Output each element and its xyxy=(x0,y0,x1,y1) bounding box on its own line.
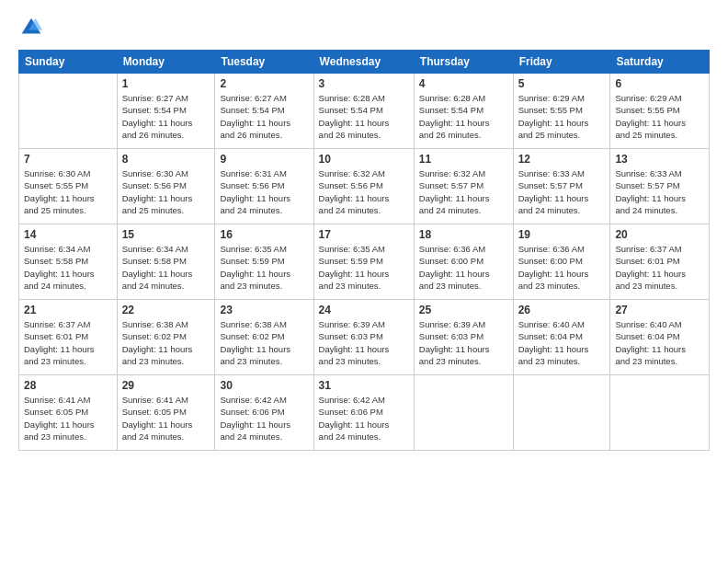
day-number: 13 xyxy=(615,153,704,166)
day-info: Sunrise: 6:33 AM Sunset: 5:57 PM Dayligh… xyxy=(518,167,606,216)
day-number: 18 xyxy=(419,228,508,241)
day-info: Sunrise: 6:42 AM Sunset: 6:06 PM Dayligh… xyxy=(319,394,409,442)
calendar-cell: 20Sunrise: 6:37 AM Sunset: 6:01 PM Dayli… xyxy=(610,224,710,300)
logo-icon xyxy=(18,15,44,40)
day-number: 3 xyxy=(319,77,409,90)
calendar-cell: 15Sunrise: 6:34 AM Sunset: 5:58 PM Dayli… xyxy=(117,224,215,300)
day-number: 12 xyxy=(518,153,606,166)
weekday-thursday: Thursday xyxy=(414,51,513,74)
day-number: 25 xyxy=(419,304,508,316)
day-info: Sunrise: 6:39 AM Sunset: 6:03 PM Dayligh… xyxy=(419,318,508,367)
calendar-cell: 24Sunrise: 6:39 AM Sunset: 6:03 PM Dayli… xyxy=(313,300,414,375)
calendar-cell: 2Sunrise: 6:27 AM Sunset: 5:54 PM Daylig… xyxy=(215,74,313,149)
day-number: 28 xyxy=(24,379,112,392)
calendar-cell: 22Sunrise: 6:38 AM Sunset: 6:02 PM Dayli… xyxy=(117,300,215,375)
day-info: Sunrise: 6:32 AM Sunset: 5:56 PM Dayligh… xyxy=(319,167,409,216)
day-info: Sunrise: 6:41 AM Sunset: 6:05 PM Dayligh… xyxy=(24,394,112,442)
header xyxy=(18,15,710,40)
day-info: Sunrise: 6:29 AM Sunset: 5:55 PM Dayligh… xyxy=(615,92,704,141)
calendar: SundayMondayTuesdayWednesdayThursdayFrid… xyxy=(18,50,710,451)
calendar-cell: 27Sunrise: 6:40 AM Sunset: 6:04 PM Dayli… xyxy=(610,300,710,375)
day-info: Sunrise: 6:29 AM Sunset: 5:55 PM Dayligh… xyxy=(518,92,606,141)
weekday-monday: Monday xyxy=(117,51,215,74)
calendar-cell xyxy=(19,74,118,149)
calendar-cell: 10Sunrise: 6:32 AM Sunset: 5:56 PM Dayli… xyxy=(313,149,414,224)
day-info: Sunrise: 6:28 AM Sunset: 5:54 PM Dayligh… xyxy=(419,92,508,141)
day-info: Sunrise: 6:42 AM Sunset: 6:06 PM Dayligh… xyxy=(220,394,308,442)
calendar-cell: 8Sunrise: 6:30 AM Sunset: 5:56 PM Daylig… xyxy=(117,149,215,224)
calendar-cell: 31Sunrise: 6:42 AM Sunset: 6:06 PM Dayli… xyxy=(313,375,414,451)
calendar-cell: 28Sunrise: 6:41 AM Sunset: 6:05 PM Dayli… xyxy=(19,375,118,451)
weekday-header-row: SundayMondayTuesdayWednesdayThursdayFrid… xyxy=(19,51,710,74)
calendar-cell: 21Sunrise: 6:37 AM Sunset: 6:01 PM Dayli… xyxy=(19,300,118,375)
weekday-tuesday: Tuesday xyxy=(215,51,313,74)
day-number: 9 xyxy=(220,153,308,166)
calendar-cell: 29Sunrise: 6:41 AM Sunset: 6:05 PM Dayli… xyxy=(117,375,215,451)
calendar-week-3: 14Sunrise: 6:34 AM Sunset: 5:58 PM Dayli… xyxy=(19,224,710,300)
calendar-cell xyxy=(414,375,513,451)
calendar-cell: 3Sunrise: 6:28 AM Sunset: 5:54 PM Daylig… xyxy=(313,74,414,149)
logo xyxy=(18,15,48,40)
calendar-body: 1Sunrise: 6:27 AM Sunset: 5:54 PM Daylig… xyxy=(19,74,710,451)
day-number: 6 xyxy=(615,77,704,90)
day-number: 24 xyxy=(319,304,409,316)
day-info: Sunrise: 6:38 AM Sunset: 6:02 PM Dayligh… xyxy=(122,318,210,367)
calendar-week-2: 7Sunrise: 6:30 AM Sunset: 5:55 PM Daylig… xyxy=(19,149,710,224)
weekday-sunday: Sunday xyxy=(19,51,118,74)
day-info: Sunrise: 6:37 AM Sunset: 6:01 PM Dayligh… xyxy=(615,243,704,292)
day-info: Sunrise: 6:39 AM Sunset: 6:03 PM Dayligh… xyxy=(319,318,409,367)
day-number: 31 xyxy=(319,379,409,392)
day-number: 22 xyxy=(122,304,210,316)
day-number: 2 xyxy=(220,77,308,90)
calendar-cell: 13Sunrise: 6:33 AM Sunset: 5:57 PM Dayli… xyxy=(610,149,710,224)
day-number: 11 xyxy=(419,153,508,166)
day-info: Sunrise: 6:38 AM Sunset: 6:02 PM Dayligh… xyxy=(220,318,308,367)
calendar-cell: 25Sunrise: 6:39 AM Sunset: 6:03 PM Dayli… xyxy=(414,300,513,375)
day-number: 26 xyxy=(518,304,606,316)
day-info: Sunrise: 6:35 AM Sunset: 5:59 PM Dayligh… xyxy=(319,243,409,292)
day-info: Sunrise: 6:33 AM Sunset: 5:57 PM Dayligh… xyxy=(615,167,704,216)
calendar-cell: 14Sunrise: 6:34 AM Sunset: 5:58 PM Dayli… xyxy=(19,224,118,300)
day-info: Sunrise: 6:37 AM Sunset: 6:01 PM Dayligh… xyxy=(24,318,112,367)
weekday-wednesday: Wednesday xyxy=(313,51,414,74)
day-info: Sunrise: 6:32 AM Sunset: 5:57 PM Dayligh… xyxy=(419,167,508,216)
calendar-cell xyxy=(610,375,710,451)
calendar-cell: 7Sunrise: 6:30 AM Sunset: 5:55 PM Daylig… xyxy=(19,149,118,224)
day-number: 20 xyxy=(615,228,704,241)
day-info: Sunrise: 6:40 AM Sunset: 6:04 PM Dayligh… xyxy=(518,318,606,367)
calendar-cell: 11Sunrise: 6:32 AM Sunset: 5:57 PM Dayli… xyxy=(414,149,513,224)
calendar-cell: 6Sunrise: 6:29 AM Sunset: 5:55 PM Daylig… xyxy=(610,74,710,149)
page: SundayMondayTuesdayWednesdayThursdayFrid… xyxy=(0,0,728,563)
day-number: 17 xyxy=(319,228,409,241)
day-info: Sunrise: 6:31 AM Sunset: 5:56 PM Dayligh… xyxy=(220,167,308,216)
calendar-cell: 12Sunrise: 6:33 AM Sunset: 5:57 PM Dayli… xyxy=(513,149,610,224)
calendar-cell: 26Sunrise: 6:40 AM Sunset: 6:04 PM Dayli… xyxy=(513,300,610,375)
calendar-cell: 5Sunrise: 6:29 AM Sunset: 5:55 PM Daylig… xyxy=(513,74,610,149)
calendar-cell: 23Sunrise: 6:38 AM Sunset: 6:02 PM Dayli… xyxy=(215,300,313,375)
calendar-cell: 18Sunrise: 6:36 AM Sunset: 6:00 PM Dayli… xyxy=(414,224,513,300)
day-number: 15 xyxy=(122,228,210,241)
weekday-saturday: Saturday xyxy=(610,51,710,74)
day-info: Sunrise: 6:34 AM Sunset: 5:58 PM Dayligh… xyxy=(24,243,112,292)
day-info: Sunrise: 6:27 AM Sunset: 5:54 PM Dayligh… xyxy=(220,92,308,141)
day-number: 14 xyxy=(24,228,112,241)
calendar-cell: 17Sunrise: 6:35 AM Sunset: 5:59 PM Dayli… xyxy=(313,224,414,300)
day-number: 16 xyxy=(220,228,308,241)
weekday-friday: Friday xyxy=(513,51,610,74)
day-number: 10 xyxy=(319,153,409,166)
calendar-cell: 19Sunrise: 6:36 AM Sunset: 6:00 PM Dayli… xyxy=(513,224,610,300)
day-info: Sunrise: 6:27 AM Sunset: 5:54 PM Dayligh… xyxy=(122,92,210,141)
calendar-cell: 30Sunrise: 6:42 AM Sunset: 6:06 PM Dayli… xyxy=(215,375,313,451)
day-info: Sunrise: 6:30 AM Sunset: 5:55 PM Dayligh… xyxy=(24,167,112,216)
day-number: 4 xyxy=(419,77,508,90)
calendar-week-1: 1Sunrise: 6:27 AM Sunset: 5:54 PM Daylig… xyxy=(19,74,710,149)
day-info: Sunrise: 6:28 AM Sunset: 5:54 PM Dayligh… xyxy=(319,92,409,141)
calendar-cell: 16Sunrise: 6:35 AM Sunset: 5:59 PM Dayli… xyxy=(215,224,313,300)
day-info: Sunrise: 6:41 AM Sunset: 6:05 PM Dayligh… xyxy=(122,394,210,442)
day-number: 30 xyxy=(220,379,308,392)
day-number: 19 xyxy=(518,228,606,241)
day-number: 29 xyxy=(122,379,210,392)
day-number: 23 xyxy=(220,304,308,316)
day-number: 27 xyxy=(615,304,704,316)
day-info: Sunrise: 6:35 AM Sunset: 5:59 PM Dayligh… xyxy=(220,243,308,292)
